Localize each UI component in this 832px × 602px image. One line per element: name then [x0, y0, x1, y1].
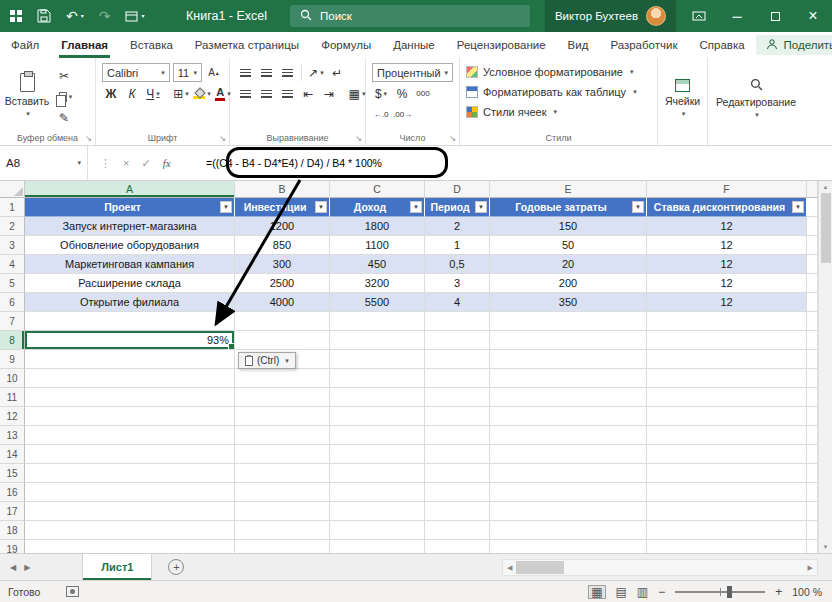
dialog-launcher-icon[interactable]: ↘	[355, 134, 362, 143]
page-layout-view-icon[interactable]: ▤	[616, 586, 627, 598]
merge-center-button[interactable]: ▦▾	[348, 84, 366, 103]
cell[interactable]	[235, 388, 330, 407]
column-header-d[interactable]: D	[425, 181, 490, 198]
cell[interactable]	[425, 445, 490, 464]
maximize-button[interactable]	[756, 0, 794, 32]
cell[interactable]	[425, 369, 490, 388]
row-header-11[interactable]: 11	[0, 388, 25, 407]
table-cell[interactable]: 1	[425, 236, 490, 255]
add-sheet-button[interactable]: +	[168, 559, 184, 575]
row-header-5[interactable]: 5	[0, 274, 25, 293]
cell[interactable]	[490, 521, 647, 540]
sheet-nav-right-icon[interactable]: ▶	[24, 563, 30, 572]
zoom-slider[interactable]	[675, 585, 765, 599]
zoom-slider-thumb[interactable]	[727, 586, 732, 598]
currency-format-button[interactable]: $▾	[372, 84, 390, 103]
cell[interactable]	[330, 369, 425, 388]
scroll-right-icon[interactable]: ▶	[808, 564, 813, 572]
format-painter-button[interactable]: ✎	[55, 108, 73, 127]
table-cell[interactable]: 20	[490, 255, 647, 274]
cell[interactable]	[490, 407, 647, 426]
cell[interactable]	[490, 369, 647, 388]
enter-icon[interactable]: ✓	[141, 157, 150, 170]
cell[interactable]	[425, 540, 490, 553]
cell[interactable]	[235, 369, 330, 388]
row-header-8[interactable]: 8	[0, 331, 25, 350]
cell[interactable]	[330, 445, 425, 464]
filter-button[interactable]: ▼	[220, 201, 232, 213]
table-cell[interactable]: 450	[330, 255, 425, 274]
number-format-select[interactable]: Процентный▾	[372, 63, 453, 82]
select-all-button[interactable]	[0, 181, 25, 198]
table-cell[interactable]: 1800	[330, 217, 425, 236]
cell[interactable]	[330, 502, 425, 521]
table-cell[interactable]: 1100	[330, 236, 425, 255]
bold-button[interactable]: Ж	[102, 84, 120, 103]
paste-options-button[interactable]: (Ctrl) ▾	[238, 352, 296, 369]
cell[interactable]	[490, 502, 647, 521]
cell[interactable]	[25, 369, 235, 388]
row-header-1[interactable]: 1	[0, 198, 25, 217]
cell[interactable]	[25, 483, 235, 502]
cell[interactable]	[647, 464, 807, 483]
sheet-nav-left-icon[interactable]: ◀	[10, 563, 16, 572]
filter-button[interactable]: ▼	[475, 201, 487, 213]
cell[interactable]	[235, 502, 330, 521]
table-cell[interactable]: 2	[425, 217, 490, 236]
tab-insert[interactable]: Вставка	[119, 32, 184, 58]
row-header-16[interactable]: 16	[0, 483, 25, 502]
table-header-cell[interactable]: Годовые затраты▼	[490, 198, 647, 217]
cell[interactable]	[235, 331, 330, 350]
scroll-up-icon[interactable]: ▲	[823, 181, 829, 193]
cell[interactable]	[425, 388, 490, 407]
row-header-10[interactable]: 10	[0, 369, 25, 388]
cell[interactable]	[330, 426, 425, 445]
ribbon-display-options-button[interactable]	[680, 0, 718, 32]
column-header-a[interactable]: A	[25, 181, 235, 198]
cell[interactable]	[647, 312, 807, 331]
cell[interactable]	[235, 464, 330, 483]
table-cell[interactable]: 350	[490, 293, 647, 312]
table-cell[interactable]: Запуск интернет-магазина	[25, 217, 235, 236]
format-as-table-button[interactable]: Форматировать как таблицу▾	[460, 82, 657, 102]
cell[interactable]	[330, 388, 425, 407]
editing-button[interactable]: Редактирование ▾	[708, 62, 804, 134]
scroll-down-icon[interactable]: ▼	[823, 541, 829, 553]
table-cell[interactable]: Маркетинговая кампания	[25, 255, 235, 274]
cell[interactable]	[490, 464, 647, 483]
formula-input[interactable]: =((C4 - B4 - D4*E4) / D4) / B4 * 100%	[206, 146, 382, 180]
fill-color-button[interactable]: ▾	[193, 84, 211, 103]
cell[interactable]	[425, 407, 490, 426]
zoom-level[interactable]: 100 %	[792, 586, 822, 598]
tab-view[interactable]: Вид	[557, 32, 600, 58]
cell[interactable]	[425, 464, 490, 483]
cell[interactable]	[25, 426, 235, 445]
cell[interactable]	[330, 407, 425, 426]
cell[interactable]	[647, 331, 807, 350]
row-header-2[interactable]: 2	[0, 217, 25, 236]
table-cell[interactable]: 2500	[235, 274, 330, 293]
row-header-19[interactable]: 19	[0, 540, 25, 553]
scroll-left-icon[interactable]: ◀	[507, 564, 512, 572]
vertical-scrollbar[interactable]: ▲ ▼	[818, 181, 832, 553]
filter-button[interactable]: ▼	[410, 201, 422, 213]
tab-page-layout[interactable]: Разметка страницы	[184, 32, 310, 58]
cell[interactable]	[647, 369, 807, 388]
column-header-f[interactable]: F	[647, 181, 807, 198]
table-cell[interactable]: 50	[490, 236, 647, 255]
borders-button[interactable]: ⊞▾	[172, 84, 190, 103]
paste-button[interactable]: Вставить ▾	[6, 64, 48, 126]
filter-button[interactable]: ▼	[315, 201, 327, 213]
macro-record-icon[interactable]	[66, 586, 79, 597]
table-cell[interactable]: 4000	[235, 293, 330, 312]
italic-button[interactable]: К	[123, 84, 141, 103]
increase-decimal-button[interactable]: ←.0	[372, 105, 390, 124]
app-launcher-icon[interactable]	[10, 10, 22, 22]
table-cell[interactable]: 12	[647, 255, 807, 274]
cell[interactable]	[647, 483, 807, 502]
cell[interactable]	[647, 502, 807, 521]
insert-function-icon[interactable]: fx	[163, 157, 171, 169]
align-middle-button[interactable]	[257, 63, 275, 82]
dialog-launcher-icon[interactable]: ↘	[85, 134, 92, 143]
page-break-view-icon[interactable]: ▥	[637, 586, 648, 598]
